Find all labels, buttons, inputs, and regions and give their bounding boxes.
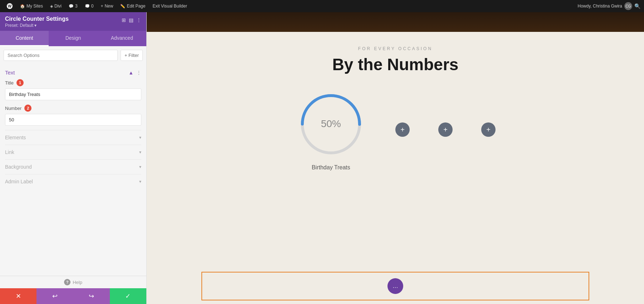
background-section: Background ▾ — [5, 159, 141, 174]
redo-button[interactable]: ↪ — [73, 288, 110, 304]
circle-svg-wrap: 50% — [295, 88, 367, 160]
panel-content: Text ▲ ⋮ Title 1 N — [0, 64, 146, 276]
panel-icon-grid[interactable]: ⊞ — [122, 17, 126, 23]
elements-section: Elements ▾ — [5, 130, 141, 145]
testimonial-options-btn[interactable]: … — [387, 278, 403, 294]
search-input[interactable] — [4, 50, 118, 61]
number-input[interactable] — [5, 114, 141, 126]
action-bar: ✕ ↩ ↪ ✓ — [0, 288, 146, 304]
panel-icon-more[interactable]: ⋮ — [136, 17, 141, 23]
panel-preset[interactable]: Preset: Default ▾ — [5, 23, 69, 28]
tab-advanced[interactable]: Advanced — [98, 31, 146, 46]
help-icon: ? — [64, 279, 70, 285]
search-bar: + Filter — [4, 50, 143, 61]
panel-tabs: Content Design Advanced — [0, 31, 146, 46]
number-badge: 2 — [24, 105, 31, 112]
save-button[interactable]: ✓ — [110, 288, 146, 304]
search-icon[interactable]: 🔍 — [634, 3, 640, 9]
my-sites-menu[interactable]: 🏠 My Sites — [17, 0, 46, 12]
comments-menu[interactable]: 💬 3 — [66, 0, 80, 12]
background-chevron-icon: ▾ — [139, 164, 141, 169]
circle-chart: 50% — [295, 88, 367, 160]
add-counter-btn-2[interactable]: + — [438, 122, 453, 137]
tab-content[interactable]: Content — [0, 31, 49, 46]
orange-box: … — [201, 272, 589, 300]
help-bar[interactable]: ? Help — [0, 276, 146, 288]
divi-menu[interactable]: ◈ Divi — [47, 0, 64, 12]
link-section: Link ▾ — [5, 145, 141, 159]
section-collapse-icon[interactable]: ▲ — [128, 70, 133, 76]
panel-bottom: ? Help ✕ ↩ ↪ ✓ — [0, 276, 146, 304]
title-input[interactable] — [5, 88, 141, 100]
text-section: Text ▲ ⋮ Title 1 N — [5, 64, 141, 126]
number-field-group: Number 2 — [5, 105, 141, 126]
canvas-content: FOR EVERY OCCASION By the Numbers 50% — [147, 32, 644, 304]
admin-label-section-header[interactable]: Admin Label ▾ — [5, 179, 141, 184]
new-menu[interactable]: + New — [98, 0, 116, 12]
link-chevron-icon: ▾ — [139, 150, 141, 155]
filter-button[interactable]: + Filter — [121, 50, 143, 61]
panel-icon-split[interactable]: ▤ — [129, 17, 133, 23]
cancel-button[interactable]: ✕ — [0, 288, 36, 304]
title-field-group: Title 1 — [5, 79, 141, 100]
panel-title: Circle Counter Settings — [5, 16, 69, 22]
link-section-header[interactable]: Link ▾ — [5, 149, 141, 155]
admin-bar-right: Howdy, Christina Gwira CG 🔍 — [578, 2, 640, 10]
add-counter-btn-3[interactable]: + — [481, 122, 496, 137]
hero-image — [147, 12, 644, 32]
background-title: Background — [5, 164, 32, 170]
bubbles-menu[interactable]: 💭 0 — [82, 0, 97, 12]
panel-header: Circle Counter Settings Preset: Default … — [0, 12, 146, 31]
undo-button[interactable]: ↩ — [36, 288, 73, 304]
svg-text:W: W — [8, 4, 12, 8]
circle-counter: 50% Birthday Treats — [295, 88, 367, 171]
number-label: Number 2 — [5, 105, 141, 112]
circles-row: 50% Birthday Treats + + + — [154, 88, 637, 171]
background-section-header[interactable]: Background ▾ — [5, 164, 141, 170]
exit-builder-btn[interactable]: Exit Visual Builder — [150, 0, 190, 12]
tab-design[interactable]: Design — [49, 31, 97, 46]
title-badge: 1 — [16, 79, 24, 86]
wp-logo[interactable]: W — [4, 0, 16, 12]
admin-label-title: Admin Label — [5, 179, 33, 184]
admin-label-chevron-icon: ▾ — [139, 179, 141, 184]
text-section-header[interactable]: Text ▲ ⋮ — [5, 64, 141, 79]
edit-page-btn[interactable]: ✏️ Edit Page — [117, 0, 148, 12]
elements-section-header[interactable]: Elements ▾ — [5, 135, 141, 140]
link-title: Link — [5, 149, 14, 155]
canvas-area: FOR EVERY OCCASION By the Numbers 50% — [147, 12, 644, 304]
orange-box-right — [403, 272, 589, 300]
circle-label: Birthday Treats — [312, 164, 350, 171]
chevron-down-icon: ▾ — [34, 23, 36, 28]
add-counter-btn-1[interactable]: + — [395, 122, 410, 137]
section-more-icon[interactable]: ⋮ — [136, 70, 141, 76]
title-label: Title 1 — [5, 79, 141, 86]
orange-box-left — [202, 272, 387, 300]
svg-text:50%: 50% — [321, 118, 341, 129]
elements-title: Elements — [5, 135, 26, 140]
elements-chevron-icon: ▾ — [139, 135, 141, 140]
settings-panel: Circle Counter Settings Preset: Default … — [0, 12, 147, 304]
text-section-title: Text — [5, 69, 15, 76]
bottom-section: … — [147, 268, 644, 304]
avatar: CG — [624, 2, 632, 10]
canvas-subtitle: FOR EVERY OCCASION — [358, 46, 433, 51]
canvas-title: By the Numbers — [332, 55, 459, 74]
admin-bar: W 🏠 My Sites ◈ Divi 💬 3 💭 0 + New ✏️ Edi… — [0, 0, 644, 12]
admin-label-section: Admin Label ▾ — [5, 174, 141, 189]
